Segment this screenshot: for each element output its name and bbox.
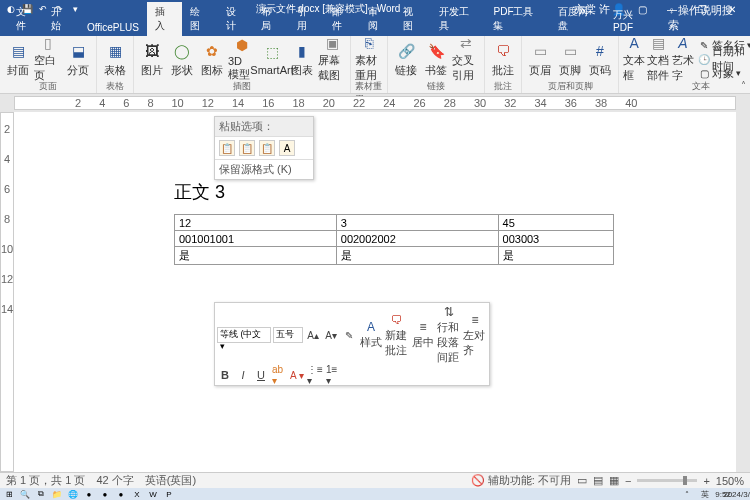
picture-button[interactable]: 🖼图片: [138, 38, 166, 80]
vertical-ruler[interactable]: 2468101214: [0, 112, 14, 472]
paste-keep-source-label[interactable]: 保留源格式 (K): [215, 159, 313, 179]
textbox-button[interactable]: A文本框: [623, 38, 645, 80]
reuse-button[interactable]: ⎘素材重用: [355, 38, 383, 80]
link-button[interactable]: 🔗链接: [392, 38, 420, 80]
font-size-select[interactable]: 五号: [273, 327, 303, 343]
pagenum-button[interactable]: #页码: [586, 38, 614, 80]
tab-tellme[interactable]: ♀ 操作说明搜索: [660, 0, 750, 36]
excel-icon[interactable]: X: [130, 489, 144, 499]
accessibility-status[interactable]: 🚫 辅助功能: 不可用: [471, 473, 571, 488]
blank-page-button[interactable]: ▯空白页: [34, 38, 62, 80]
crossref-button[interactable]: ⇄交叉引用: [452, 38, 480, 80]
view-read-icon[interactable]: ▭: [577, 474, 587, 487]
tab-pdftools[interactable]: PDF工具集: [485, 2, 550, 36]
tab-review[interactable]: 审阅: [360, 2, 395, 36]
tray-chevron-icon[interactable]: ˄: [680, 489, 694, 499]
start-icon[interactable]: ⊞: [2, 489, 16, 499]
tab-wanxing[interactable]: 万兴PDF: [605, 5, 660, 36]
paste-picture-icon[interactable]: 📋: [259, 140, 275, 156]
center-button[interactable]: ≡居中: [411, 320, 435, 350]
highlight-icon[interactable]: ab ▾: [271, 367, 287, 383]
tab-developer[interactable]: 开发工具: [431, 2, 486, 36]
app-icon[interactable]: ●: [82, 489, 96, 499]
explorer-icon[interactable]: 📁: [50, 489, 64, 499]
paste-keep-source-icon[interactable]: 📋: [219, 140, 235, 156]
tab-baidu[interactable]: 百度网盘: [550, 2, 605, 36]
align-left-button[interactable]: ≡左对齐: [463, 313, 487, 358]
tab-insert[interactable]: 插入: [147, 2, 182, 36]
smartart-button[interactable]: ⬚SmartArt: [258, 38, 286, 80]
bold-icon[interactable]: B: [217, 367, 233, 383]
tab-home[interactable]: 开始: [43, 2, 78, 36]
group-headerfooter: ▭页眉 ▭页脚 #页码 页眉和页脚: [522, 36, 619, 93]
tab-mail[interactable]: 邮件: [324, 2, 359, 36]
styles-button[interactable]: A样式: [359, 320, 383, 350]
ribbon: ▤封面 ▯空白页 ⬓分页 页面 ▦表格 表格 🖼图片 ◯形状 ✿图标 ⬢3D 模…: [0, 36, 750, 94]
zoom-level[interactable]: 150%: [716, 475, 744, 487]
powerpoint-icon[interactable]: P: [162, 489, 176, 499]
horizontal-ruler[interactable]: 246810121416182022242628303234363840: [14, 96, 736, 110]
zoom-in-icon[interactable]: +: [703, 475, 709, 487]
status-bar: 第 1 页，共 1 页 42 个字 英语(英国) 🚫 辅助功能: 不可用 ▭ ▤…: [0, 472, 750, 488]
table-row: 001001001 002002002 003003: [175, 231, 614, 247]
document-table[interactable]: 12 3 45 001001001 002002002 003003 是 是 是: [174, 214, 614, 265]
ribbon-tabs: 文件 开始 OfficePLUS 插入 绘图 设计 布局 引用 邮件 审阅 视图…: [0, 18, 750, 36]
wordart-button[interactable]: A艺术字: [672, 38, 694, 80]
bullets-icon[interactable]: ⋮≡ ▾: [307, 367, 323, 383]
tab-officeplus[interactable]: OfficePLUS: [79, 19, 147, 36]
quickparts-button[interactable]: ▤文档部件: [647, 38, 669, 80]
page-break-button[interactable]: ⬓分页: [64, 38, 92, 80]
font-select[interactable]: 等线 (中文 ▾: [217, 327, 271, 343]
italic-icon[interactable]: I: [235, 367, 251, 383]
chart-button[interactable]: ▮图表: [288, 38, 316, 80]
icons-button[interactable]: ✿图标: [198, 38, 226, 80]
group-comments: 🗨批注 批注: [485, 36, 522, 93]
object-button[interactable]: ▢对象 ▾: [696, 66, 750, 80]
datetime-button[interactable]: 🕒日期和时间: [696, 52, 750, 66]
group-links: 🔗链接 🔖书签 ⇄交叉引用 链接: [388, 36, 485, 93]
document-heading[interactable]: 正文 3: [174, 180, 225, 204]
view-web-icon[interactable]: ▦: [609, 474, 619, 487]
grow-font-icon[interactable]: A▴: [305, 327, 321, 343]
clock-date[interactable]: 2024/3/28: [734, 489, 748, 499]
screenshot-button[interactable]: ▣屏幕截图: [318, 38, 346, 80]
paste-text-icon[interactable]: A: [279, 140, 295, 156]
view-print-icon[interactable]: ▤: [593, 474, 603, 487]
collapse-ribbon-icon[interactable]: ˄: [741, 80, 746, 91]
tab-references[interactable]: 引用: [289, 2, 324, 36]
shrink-font-icon[interactable]: A▾: [323, 327, 339, 343]
comment-button[interactable]: 🗨批注: [489, 38, 517, 80]
tab-view[interactable]: 视图: [395, 2, 430, 36]
app-icon[interactable]: ●: [114, 489, 128, 499]
word-icon[interactable]: W: [146, 489, 160, 499]
ime-icon[interactable]: 英: [698, 489, 712, 499]
new-comment-button[interactable]: 🗨新建批注: [385, 313, 409, 358]
app-icon[interactable]: ●: [98, 489, 112, 499]
tab-design[interactable]: 设计: [218, 2, 253, 36]
search-icon[interactable]: 🔍: [18, 489, 32, 499]
underline-icon[interactable]: U: [253, 367, 269, 383]
tab-draw[interactable]: 绘图: [182, 2, 217, 36]
paste-merge-icon[interactable]: 📋: [239, 140, 255, 156]
zoom-out-icon[interactable]: −: [625, 475, 631, 487]
numbering-icon[interactable]: 1≡ ▾: [325, 367, 341, 383]
tab-layout[interactable]: 布局: [253, 2, 288, 36]
header-button[interactable]: ▭页眉: [526, 38, 554, 80]
group-table: ▦表格 表格: [97, 36, 134, 93]
shapes-button[interactable]: ◯形状: [168, 38, 196, 80]
status-left[interactable]: 第 1 页，共 1 页 42 个字 英语(英国): [6, 473, 196, 488]
group-reuse: ⎘素材重用 素材重用: [351, 36, 388, 93]
font-color-icon[interactable]: A ▾: [289, 367, 305, 383]
table-button[interactable]: ▦表格: [101, 38, 129, 80]
cover-page-button[interactable]: ▤封面: [4, 38, 32, 80]
task-view-icon[interactable]: ⧉: [34, 489, 48, 499]
line-spacing-button[interactable]: ⇅行和段落间距: [437, 305, 461, 365]
edge-icon[interactable]: 🌐: [66, 489, 80, 499]
zoom-slider[interactable]: [637, 479, 697, 482]
document-area[interactable]: 粘贴选项： 📋 📋 📋 A 保留源格式 (K) 正文 3 12 3 45 001…: [14, 112, 736, 472]
bookmark-button[interactable]: 🔖书签: [422, 38, 450, 80]
tab-file[interactable]: 文件: [8, 2, 43, 36]
footer-button[interactable]: ▭页脚: [556, 38, 584, 80]
table-row: 12 3 45: [175, 215, 614, 231]
format-painter-icon[interactable]: ✎: [341, 327, 357, 343]
